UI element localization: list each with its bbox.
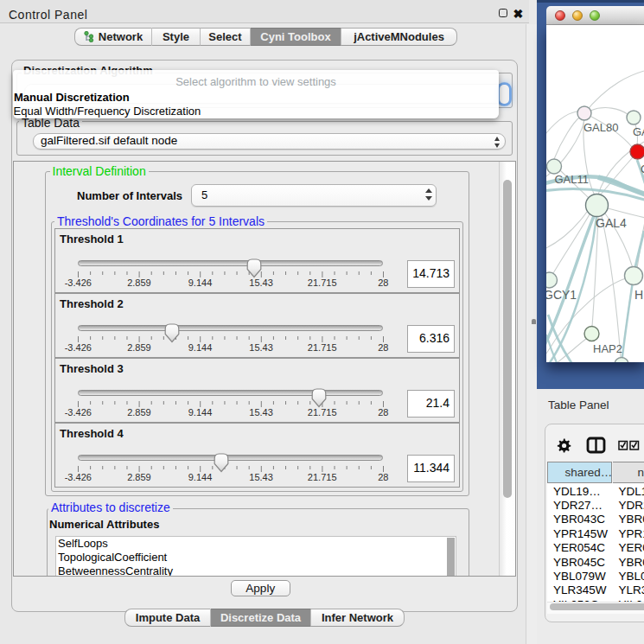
svg-text:HAP2: HAP2 [593,342,622,355]
svg-text:C: C [641,163,644,175]
svg-text:GAL4: GAL4 [596,216,627,230]
svg-text:GAL80: GAL80 [583,121,618,134]
svg-text:GAL11: GAL11 [555,173,590,186]
svg-text:GA: GA [633,125,644,138]
svg-text:H: H [634,288,643,302]
svg-text:GCY1: GCY1 [546,288,577,302]
